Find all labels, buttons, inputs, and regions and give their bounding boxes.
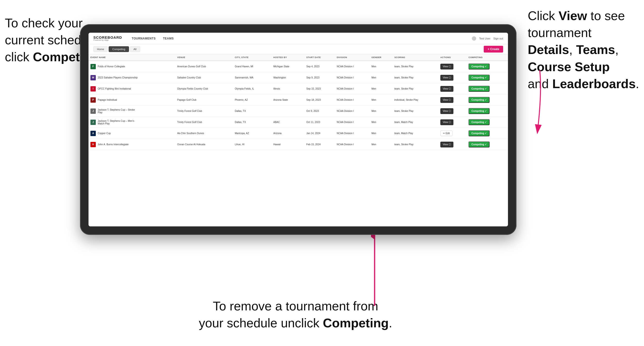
annotation-top-right: Click View to seetournament Details, Tea… (528, 7, 639, 92)
table-row: W 2023 Sahalee Players Championship Saha… (88, 72, 508, 83)
start-date-cell: Sep 9, 2023 (304, 72, 334, 83)
event-name: Copper Cup (98, 132, 111, 135)
action-cell[interactable]: ✏ Edit (438, 128, 466, 139)
event-name-cell: I OFCC Fighting Illini Invitational (88, 83, 175, 94)
gender-cell: Men (370, 83, 392, 94)
hosted-by-cell: Michigan State (271, 61, 304, 72)
create-button[interactable]: + Create (484, 46, 503, 52)
edit-button[interactable]: ✏ Edit (440, 131, 452, 136)
action-cell[interactable]: View ⓘ (438, 106, 466, 117)
venue-cell: Olympia Fields Country Club (175, 83, 233, 94)
city-state-cell: Grand Haven, MI (233, 61, 271, 72)
filter-all-button[interactable]: All (130, 46, 140, 52)
gender-cell: Men (370, 139, 392, 150)
action-cell[interactable]: View ⓘ (438, 83, 466, 94)
event-name: 2023 Sahalee Players Championship (98, 76, 138, 79)
scoring-cell: team, Stroke Play (392, 83, 438, 94)
venue-cell: Papago Golf Club (175, 94, 233, 106)
team-logo: J (90, 109, 96, 114)
nav-teams[interactable]: TEAMS (163, 37, 174, 40)
city-state-cell: Phoenix, AZ (233, 94, 271, 106)
table-row: J Jackson T. Stephens Cup – Stroke Play … (88, 106, 508, 117)
competing-badge[interactable]: Competing ✓ (468, 130, 490, 136)
col-city-state: CITY, STATE (233, 54, 271, 61)
hosted-by-cell: Arizona State (271, 94, 304, 106)
filter-competing-button[interactable]: Competing (109, 46, 129, 52)
view-button[interactable]: View ⓘ (440, 86, 454, 92)
gender-cell: Men (370, 117, 392, 128)
competing-badge[interactable]: Competing ✓ (468, 75, 490, 81)
col-gender: GENDER (370, 54, 392, 61)
annotation-teams-bold: Teams (576, 43, 615, 57)
team-logo: F (90, 64, 96, 69)
annotation-leaderboards-bold: Leaderboards (552, 77, 636, 91)
start-date-cell: Jan 14, 2024 (304, 128, 334, 139)
hosted-by-cell (271, 106, 304, 117)
nav-tournaments[interactable]: TOURNAMENTS (132, 37, 156, 40)
action-cell[interactable]: View ⓘ (438, 139, 466, 150)
division-cell: NCAA Division I (335, 94, 370, 106)
annotation-details-bold: Details (528, 43, 569, 57)
event-name: OFCC Fighting Illini Invitational (98, 87, 131, 90)
filter-home-button[interactable]: Home (93, 46, 108, 52)
event-name-cell: A Copper Cup (88, 128, 175, 139)
competing-cell[interactable]: Competing ✓ (466, 117, 508, 128)
col-hosted-by: HOSTED BY (271, 54, 304, 61)
competing-badge[interactable]: Competing ✓ (468, 86, 490, 92)
competing-cell[interactable]: Competing ✓ (466, 128, 508, 139)
division-cell: NCAA Division I (335, 83, 370, 94)
sub-toolbar: Home Competing All + Create (88, 44, 508, 54)
event-name: Papago Individual (98, 99, 117, 101)
venue-cell: Trinity Forest Golf Club (175, 106, 233, 117)
action-cell[interactable]: View ⓘ (438, 117, 466, 128)
hosted-by-cell: Illinois (271, 83, 304, 94)
view-button[interactable]: View ⓘ (440, 75, 454, 81)
competing-cell[interactable]: Competing ✓ (466, 61, 508, 72)
table-row: J Jackson T. Stephens Cup – Men's Match … (88, 117, 508, 128)
view-button[interactable]: View ⓘ (440, 142, 454, 148)
city-state-cell: Maricopa, AZ (233, 128, 271, 139)
hosted-by-cell: Arizona (271, 128, 304, 139)
competing-badge[interactable]: Competing ✓ (468, 119, 490, 125)
arrow-bottom (371, 231, 378, 309)
scoreboard-logo: SCOREBOARD Powered by clippi (93, 36, 122, 41)
col-actions: ACTIONS (438, 54, 466, 61)
competing-cell[interactable]: Competing ✓ (466, 83, 508, 94)
table-body: F Folds of Honor Collegiate American Dun… (88, 61, 508, 150)
competing-badge[interactable]: Competing ✓ (468, 63, 490, 69)
city-state-cell: Dallas, TX (233, 117, 271, 128)
start-date-cell: Sep 15, 2023 (304, 83, 334, 94)
view-button[interactable]: View ⓘ (440, 119, 454, 125)
table-container[interactable]: EVENT NAME VENUE CITY, STATE HOSTED BY S… (88, 54, 508, 226)
logo-sub-text: Powered by clippi (93, 39, 122, 41)
start-date-cell: Feb 15, 2024 (304, 139, 334, 150)
venue-cell: Trinity Forest Golf Club (175, 117, 233, 128)
event-name-cell: F Folds of Honor Collegiate (88, 61, 175, 72)
action-cell[interactable]: View ⓘ (438, 61, 466, 72)
competing-badge[interactable]: Competing ✓ (468, 141, 490, 148)
competing-cell[interactable]: Competing ✓ (466, 139, 508, 150)
view-button[interactable]: View ⓘ (440, 64, 454, 69)
col-venue: VENUE (175, 54, 233, 61)
event-name: John A. Burns Intercollegiate (98, 143, 128, 146)
view-button[interactable]: View ⓘ (440, 108, 454, 114)
col-competing: COMPETING (466, 54, 508, 61)
start-date-cell: Sep 18, 2023 (304, 94, 334, 106)
view-button[interactable]: View ⓘ (440, 97, 454, 103)
table-row: P Papago Individual Papago Golf ClubPhoe… (88, 94, 508, 106)
competing-badge[interactable]: Competing ✓ (468, 97, 490, 103)
event-name-cell: H John A. Burns Intercollegiate (88, 139, 175, 150)
action-cell[interactable]: View ⓘ (438, 72, 466, 83)
action-cell[interactable]: View ⓘ (438, 94, 466, 106)
competing-badge[interactable]: Competing ✓ (468, 108, 490, 114)
scoring-cell: team, Match Play (392, 117, 438, 128)
team-logo: P (90, 97, 96, 103)
competing-cell[interactable]: Competing ✓ (466, 106, 508, 117)
city-state-cell: Lihue, HI (233, 139, 271, 150)
competing-cell[interactable]: Competing ✓ (466, 94, 508, 106)
competing-cell[interactable]: Competing ✓ (466, 72, 508, 83)
gender-cell: Men (370, 72, 392, 83)
scoring-cell: team, Stroke Play (392, 139, 438, 150)
sign-out-link[interactable]: Sign out (494, 37, 503, 40)
venue-cell: American Dunes Golf Club (175, 61, 233, 72)
